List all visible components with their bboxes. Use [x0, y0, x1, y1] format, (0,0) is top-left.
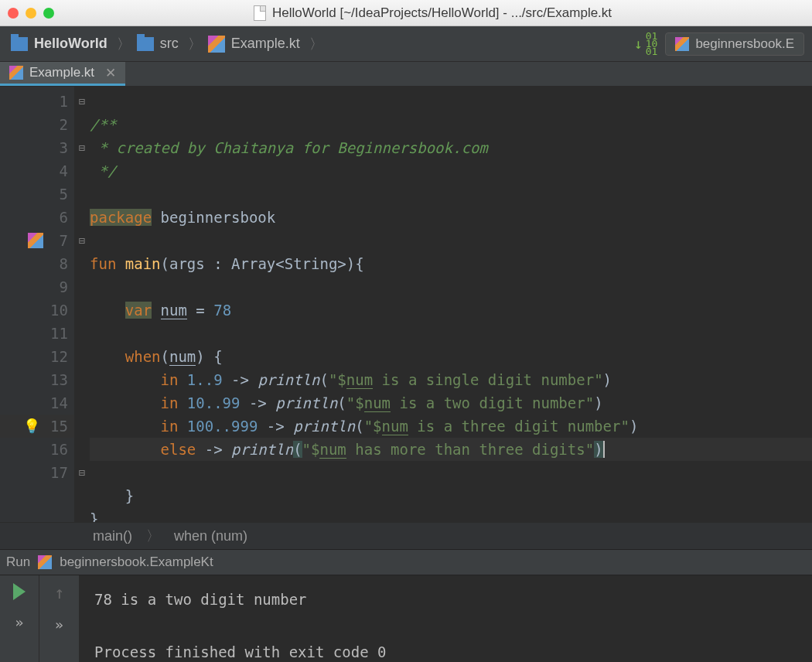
close-tab-icon[interactable]: ✕	[105, 65, 116, 81]
code-string: $num	[373, 418, 408, 435]
code-text: ->	[223, 371, 258, 388]
line-number: 7	[46, 229, 68, 252]
console-output[interactable]: 78 is a two digit number Process finishe…	[79, 575, 812, 662]
code-string: is a two digit number	[391, 394, 585, 411]
code-identifier: num	[169, 348, 196, 366]
line-number: 13	[46, 368, 68, 391]
editor-crumb-item[interactable]: when (num)	[174, 528, 247, 544]
code-text: (	[337, 394, 346, 411]
editor-crumb-item[interactable]: main()	[93, 528, 132, 544]
code-text: )	[629, 418, 638, 435]
code-string: "	[302, 441, 311, 458]
window-title-text: HelloWorld [~/IdeaProjects/HelloWorld] -…	[272, 5, 612, 21]
code-text: ->	[258, 418, 293, 435]
code-text: ->	[240, 394, 275, 411]
code-string: "	[585, 394, 594, 411]
up-arrow-icon[interactable]: ↑	[54, 583, 64, 602]
code-text: (	[161, 348, 169, 365]
editor-breadcrumbs: main() 〉 when (num)	[0, 522, 812, 549]
code-number: 78	[213, 302, 231, 319]
line-number: 14	[46, 391, 68, 415]
code-keyword: when	[125, 348, 161, 365]
line-number: 2	[46, 113, 68, 136]
fold-icon[interactable]: ⊟	[79, 136, 85, 159]
run-toolbar-mid: ↑ »	[39, 575, 79, 662]
code-keyword: else	[161, 441, 196, 458]
breadcrumb-file[interactable]: Example.kt 〉	[205, 35, 326, 53]
code-text: (	[319, 371, 328, 388]
code-keyword: in	[161, 418, 179, 435]
code-text: )	[603, 371, 612, 388]
code-function: main	[125, 255, 161, 272]
code-string: "	[364, 418, 373, 435]
code-string: "	[329, 371, 337, 388]
breadcrumb-folder-label: src	[160, 36, 179, 52]
code-identifier: num	[161, 302, 187, 319]
run-configuration-dropdown[interactable]: beginnersbook.E	[665, 32, 804, 56]
code-string: "	[585, 441, 594, 458]
code-text: (	[293, 441, 302, 458]
code-string: "	[594, 371, 602, 388]
run-gutter-icon[interactable]	[28, 233, 43, 248]
line-number: 8	[46, 252, 68, 275]
close-window-button[interactable]	[8, 8, 19, 19]
code-number: 1..9	[178, 371, 222, 388]
code-area[interactable]: /** * created by Chaitanya for Beginners…	[74, 87, 812, 522]
run-button[interactable]	[13, 583, 26, 600]
code-identifier: beginnersbook	[161, 209, 276, 226]
line-number: 9	[46, 275, 68, 299]
kotlin-icon	[675, 37, 689, 51]
kotlin-file-icon	[208, 36, 225, 53]
line-number: 3	[46, 136, 68, 159]
code-text: =	[187, 302, 213, 319]
file-icon	[254, 5, 266, 21]
fold-icon[interactable]: ⊟	[79, 461, 85, 484]
code-text: ->	[196, 441, 231, 458]
code-string: $$numnum	[337, 371, 373, 389]
code-function: println	[275, 394, 337, 411]
line-number: 1	[46, 90, 68, 113]
chevron-right-icon: 〉	[146, 527, 160, 545]
code-editor[interactable]: 1⊟ 2 3⊟ 4 5 6 7⊟ 8 9 10 11 12 13 14 💡15 …	[0, 87, 812, 522]
more-actions-icon[interactable]: »	[55, 616, 63, 633]
code-text: (	[355, 418, 363, 435]
code-number: 10..99	[178, 394, 240, 411]
fold-icon[interactable]: ⊟	[79, 90, 85, 113]
code-text: ) {	[196, 348, 222, 365]
code-text: }	[90, 487, 134, 504]
gutter: 1⊟ 2 3⊟ 4 5 6 7⊟ 8 9 10 11 12 13 14 💡15 …	[0, 87, 74, 522]
code-comment: * created by Chaitanya for Beginnersbook…	[90, 139, 488, 156]
code-text: (args : Array<String>){	[161, 255, 364, 272]
code-keyword: var	[125, 302, 152, 319]
code-function: println	[231, 441, 293, 458]
code-string: "	[346, 394, 355, 411]
run-toolbar-left: »	[0, 575, 39, 662]
kotlin-file-icon	[9, 66, 23, 80]
navigation-bar: HelloWorld 〉 src 〉 Example.kt 〉 ↓011001 …	[0, 26, 812, 62]
fold-icon[interactable]: ⊟	[79, 229, 85, 252]
run-subtitle: beginnersbook.ExampleKt	[60, 555, 213, 570]
console-line: Process finished with exit code 0	[94, 639, 797, 662]
build-icon[interactable]: ↓011001	[634, 32, 658, 56]
line-number: 4	[46, 159, 68, 183]
line-number: 12	[46, 345, 68, 368]
code-keyword: package	[90, 209, 152, 226]
line-number: 5	[46, 183, 68, 206]
tab-example-kt[interactable]: Example.kt ✕	[0, 62, 125, 86]
code-string: has more than three digits	[346, 441, 585, 458]
more-actions-icon[interactable]: »	[15, 614, 24, 630]
chevron-right-icon: 〉	[188, 35, 202, 53]
run-title: Run	[6, 555, 30, 570]
minimize-window-button[interactable]	[26, 8, 36, 19]
breadcrumb-folder[interactable]: src 〉	[134, 35, 205, 53]
maximize-window-button[interactable]	[43, 8, 54, 19]
breadcrumb-project[interactable]: HelloWorld 〉	[8, 35, 134, 53]
code-comment: */	[90, 162, 116, 179]
run-tool-window-header[interactable]: Run beginnersbook.ExampleKt	[0, 549, 812, 575]
run-config-label: beginnersbook.E	[695, 36, 794, 52]
code-keyword: fun	[90, 255, 116, 272]
intention-bulb-icon[interactable]: 💡	[23, 415, 40, 438]
code-string: is a single digit number	[373, 371, 594, 388]
code-string: $num	[311, 441, 346, 459]
caret	[603, 441, 613, 458]
